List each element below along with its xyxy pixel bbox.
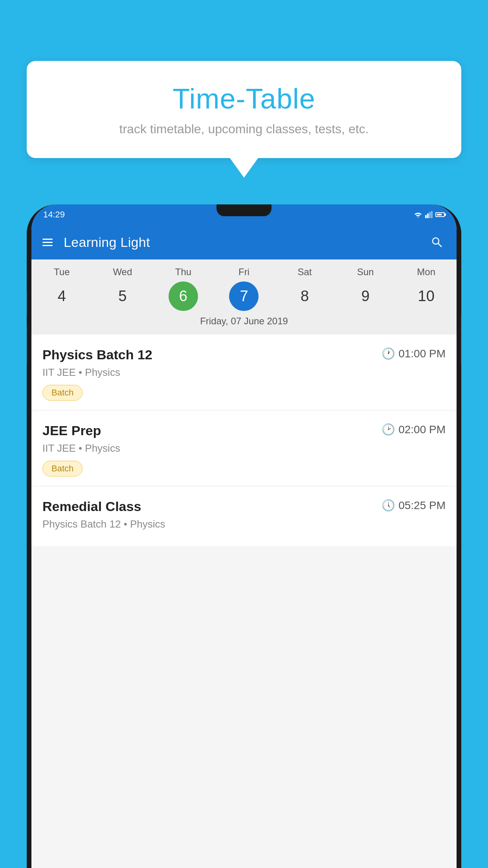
day-9[interactable]: 9 <box>351 281 380 311</box>
schedule-item-3-title: Remedial Class <box>42 499 382 514</box>
schedule-item-2[interactable]: JEE Prep 🕑 02:00 PM IIT JEE • Physics Ba… <box>31 410 457 486</box>
schedule-item-3-header: Remedial Class 🕔 05:25 PM <box>42 499 446 514</box>
day-header-sat: Sat <box>290 267 319 278</box>
schedule-item-1-badge: Batch <box>42 385 83 401</box>
selected-date-label: Friday, 07 June 2019 <box>31 316 457 330</box>
app-bar-title: Learning Light <box>64 235 428 250</box>
day-header-fri: Fri <box>229 267 259 278</box>
day-header-mon: Mon <box>411 267 441 278</box>
status-bar-icons <box>413 211 445 218</box>
clock-icon-2: 🕑 <box>382 423 395 436</box>
svg-line-5 <box>438 243 442 247</box>
day-header-sun: Sun <box>351 267 380 278</box>
search-button[interactable] <box>428 234 446 251</box>
schedule-item-1-subtitle: IIT JEE • Physics <box>42 366 446 379</box>
schedule-list: Physics Batch 12 🕐 01:00 PM IIT JEE • Ph… <box>31 335 457 546</box>
schedule-item-3-subtitle: Physics Batch 12 • Physics <box>42 518 446 530</box>
phone-screen: 14:29 <box>31 204 457 868</box>
schedule-item-1[interactable]: Physics Batch 12 🕐 01:00 PM IIT JEE • Ph… <box>31 335 457 410</box>
app-bar: Learning Light <box>31 225 457 259</box>
phone-frame: 14:29 <box>27 204 461 868</box>
svg-rect-1 <box>427 213 429 218</box>
svg-point-4 <box>433 238 439 244</box>
speech-bubble: Time-Table track timetable, upcoming cla… <box>27 61 461 158</box>
day-6-today[interactable]: 6 <box>169 281 198 311</box>
svg-rect-0 <box>425 215 427 218</box>
schedule-item-2-badge: Batch <box>42 461 83 476</box>
speech-bubble-container: Time-Table track timetable, upcoming cla… <box>27 61 461 178</box>
schedule-item-1-header: Physics Batch 12 🕐 01:00 PM <box>42 347 446 362</box>
speech-bubble-subtitle: track timetable, upcoming classes, tests… <box>50 122 438 136</box>
signal-icon <box>425 211 433 218</box>
day-10[interactable]: 10 <box>411 281 441 311</box>
status-bar-time: 14:29 <box>43 210 65 220</box>
schedule-item-2-subtitle: IIT JEE • Physics <box>42 442 446 454</box>
phone-notch <box>216 204 272 216</box>
battery-icon <box>435 212 445 217</box>
hamburger-menu-button[interactable] <box>42 239 53 246</box>
schedule-item-2-time: 🕑 02:00 PM <box>382 423 446 436</box>
speech-bubble-title: Time-Table <box>50 83 438 115</box>
clock-icon-1: 🕐 <box>382 347 395 360</box>
schedule-item-1-time-value: 01:00 PM <box>398 348 446 360</box>
day-5[interactable]: 5 <box>108 281 137 311</box>
calendar-strip: Tue Wed Thu Fri Sat Sun Mon 4 5 6 7 8 9 … <box>31 259 457 335</box>
schedule-item-2-title: JEE Prep <box>42 423 382 438</box>
day-7-selected[interactable]: 7 <box>229 281 259 311</box>
phone-side-button-volume-down <box>27 326 28 366</box>
schedule-item-1-title: Physics Batch 12 <box>42 347 382 362</box>
day-8[interactable]: 8 <box>290 281 319 311</box>
svg-rect-2 <box>429 212 431 218</box>
day-header-thu: Thu <box>169 267 198 278</box>
schedule-item-2-header: JEE Prep 🕑 02:00 PM <box>42 423 446 438</box>
clock-icon-3: 🕔 <box>382 499 395 512</box>
day-header-tue: Tue <box>47 267 77 278</box>
day-4[interactable]: 4 <box>47 281 77 311</box>
day-header-wed: Wed <box>108 267 137 278</box>
phone-side-button-volume-up <box>27 291 28 314</box>
speech-bubble-tail <box>230 158 258 178</box>
svg-rect-3 <box>431 211 433 218</box>
day-headers: Tue Wed Thu Fri Sat Sun Mon <box>31 267 457 278</box>
schedule-item-3[interactable]: Remedial Class 🕔 05:25 PM Physics Batch … <box>31 486 457 546</box>
phone-side-button-power <box>460 314 461 366</box>
schedule-item-3-time: 🕔 05:25 PM <box>382 499 446 512</box>
day-numbers: 4 5 6 7 8 9 10 <box>31 281 457 311</box>
schedule-item-3-time-value: 05:25 PM <box>398 499 446 512</box>
schedule-item-2-time-value: 02:00 PM <box>398 423 446 436</box>
wifi-icon <box>413 211 423 218</box>
schedule-item-1-time: 🕐 01:00 PM <box>382 347 446 360</box>
